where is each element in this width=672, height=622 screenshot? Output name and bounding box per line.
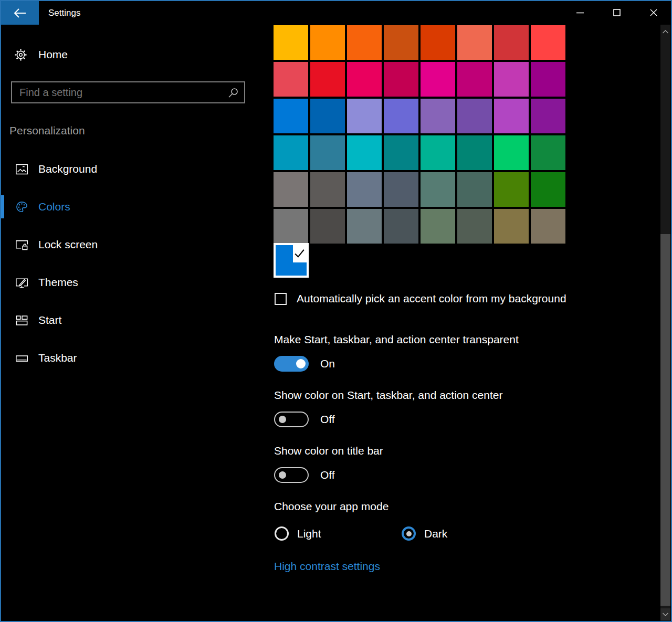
accent-color-swatch[interactable]	[531, 25, 565, 60]
accent-color-swatch[interactable]	[494, 99, 529, 133]
accent-color-swatch[interactable]	[421, 25, 455, 60]
auto-accent-checkbox-row[interactable]: Automatically pick an accent color from …	[275, 292, 566, 305]
accent-color-swatch[interactable]	[274, 172, 308, 207]
accent-color-swatch[interactable]	[384, 99, 418, 133]
sidebar-item-start[interactable]: Start	[0, 309, 252, 332]
accent-color-swatch[interactable]	[347, 135, 382, 170]
taskbar-icon	[15, 351, 29, 365]
selected-accent-color-swatch[interactable]	[274, 243, 309, 278]
accent-color-swatch[interactable]	[494, 25, 529, 60]
app-mode-option-dark[interactable]: Dark	[402, 526, 447, 541]
accent-color-swatch[interactable]	[457, 62, 492, 97]
scrollbar-thumb[interactable]	[660, 234, 670, 606]
sidebar-item-label: Taskbar	[38, 352, 77, 364]
accent-color-swatch[interactable]	[384, 209, 418, 244]
accent-color-swatch[interactable]	[531, 99, 565, 133]
toggle-knob	[279, 471, 286, 479]
background-image-icon	[15, 162, 29, 176]
back-button[interactable]	[1, 1, 39, 25]
accent-color-swatch[interactable]	[347, 99, 382, 133]
accent-color-swatch[interactable]	[310, 172, 345, 207]
accent-color-swatch[interactable]	[421, 172, 455, 207]
accent-color-swatch[interactable]	[347, 209, 382, 244]
scroll-up-arrow-icon[interactable]	[660, 26, 670, 37]
accent-color-swatch[interactable]	[531, 209, 565, 244]
sidebar-item-colors[interactable]: Colors	[0, 195, 252, 218]
accent-color-swatch[interactable]	[531, 62, 565, 97]
accent-color-grid	[274, 25, 565, 244]
scroll-down-arrow-icon[interactable]	[660, 608, 670, 620]
search-icon[interactable]	[227, 87, 239, 99]
start-tiles-icon	[15, 313, 29, 328]
accent-color-swatch[interactable]	[457, 172, 492, 207]
close-button[interactable]	[642, 3, 666, 22]
toggle-state-label: Off	[320, 469, 335, 481]
accent-color-swatch[interactable]	[274, 25, 308, 60]
sidebar-item-label: Colors	[38, 201, 70, 213]
accent-color-swatch[interactable]	[457, 25, 492, 60]
accent-color-swatch[interactable]	[457, 99, 492, 133]
accent-color-swatch[interactable]	[494, 209, 529, 244]
sidebar-item-themes[interactable]: Themes	[0, 271, 252, 294]
back-arrow-icon	[13, 7, 27, 19]
accent-color-swatch[interactable]	[310, 62, 345, 97]
accent-color-swatch[interactable]	[274, 135, 308, 170]
app-mode-option-light[interactable]: Light	[275, 526, 321, 541]
lock-screen-icon	[15, 238, 29, 252]
accent-color-swatch[interactable]	[421, 99, 455, 133]
sidebar-item-home[interactable]: Home	[14, 44, 68, 65]
accent-color-swatch[interactable]	[310, 99, 345, 133]
minimize-button[interactable]	[568, 3, 592, 22]
swatch-color-shape	[276, 262, 307, 276]
accent-color-swatch[interactable]	[494, 135, 529, 170]
high-contrast-settings-link[interactable]: High contrast settings	[274, 560, 380, 573]
radio-unselected[interactable]	[275, 526, 289, 541]
accent-color-swatch[interactable]	[457, 135, 492, 170]
accent-color-swatch[interactable]	[531, 172, 565, 207]
maximize-button[interactable]	[605, 3, 629, 22]
auto-accent-label: Automatically pick an accent color from …	[297, 292, 566, 305]
accent-color-swatch[interactable]	[274, 209, 308, 244]
accent-color-swatch[interactable]	[347, 172, 382, 207]
accent-color-swatch[interactable]	[384, 172, 418, 207]
accent-color-swatch[interactable]	[347, 62, 382, 97]
accent-color-swatch[interactable]	[457, 209, 492, 244]
show-color-titlebar-toggle-row: Off	[274, 467, 335, 483]
toggle-off[interactable]	[274, 467, 309, 483]
sidebar-item-label: Lock screen	[38, 238, 98, 251]
accent-color-swatch[interactable]	[384, 25, 418, 60]
accent-color-swatch[interactable]	[494, 62, 529, 97]
accent-color-swatch[interactable]	[274, 62, 308, 97]
sidebar-item-label: Background	[38, 163, 97, 175]
checkbox-unchecked[interactable]	[275, 293, 287, 305]
toggle-off[interactable]	[274, 412, 309, 427]
toggle-state-label: On	[320, 357, 335, 370]
accent-color-swatch[interactable]	[310, 25, 345, 60]
radio-selected[interactable]	[402, 526, 416, 541]
show-color-titlebar-setting-label: Show color on title bar	[274, 445, 383, 457]
app-mode-heading: Choose your app mode	[274, 500, 388, 513]
themes-icon	[15, 276, 29, 290]
accent-color-swatch[interactable]	[421, 209, 455, 244]
search-input[interactable]	[12, 82, 244, 102]
accent-color-swatch[interactable]	[421, 62, 455, 97]
accent-color-swatch[interactable]	[531, 135, 565, 170]
accent-color-swatch[interactable]	[384, 135, 418, 170]
selected-item-indicator	[1, 195, 4, 218]
accent-color-swatch[interactable]	[310, 209, 345, 244]
accent-color-swatch[interactable]	[384, 62, 418, 97]
toggle-state-label: Off	[320, 413, 335, 426]
show-color-start-toggle-row: Off	[274, 412, 335, 427]
radio-label: Dark	[424, 528, 447, 540]
accent-color-swatch[interactable]	[421, 135, 455, 170]
accent-color-swatch[interactable]	[347, 25, 382, 60]
sidebar-item-background[interactable]: Background	[0, 157, 252, 181]
accent-color-swatch[interactable]	[310, 135, 345, 170]
sidebar-item-label: Themes	[38, 276, 78, 289]
accent-color-swatch[interactable]	[274, 99, 308, 133]
sidebar-item-lock-screen[interactable]: Lock screen	[0, 233, 252, 256]
accent-color-swatch[interactable]	[494, 172, 529, 207]
sidebar-item-taskbar[interactable]: Taskbar	[0, 346, 252, 370]
vertical-scrollbar[interactable]	[660, 25, 670, 621]
toggle-on[interactable]	[274, 356, 309, 372]
